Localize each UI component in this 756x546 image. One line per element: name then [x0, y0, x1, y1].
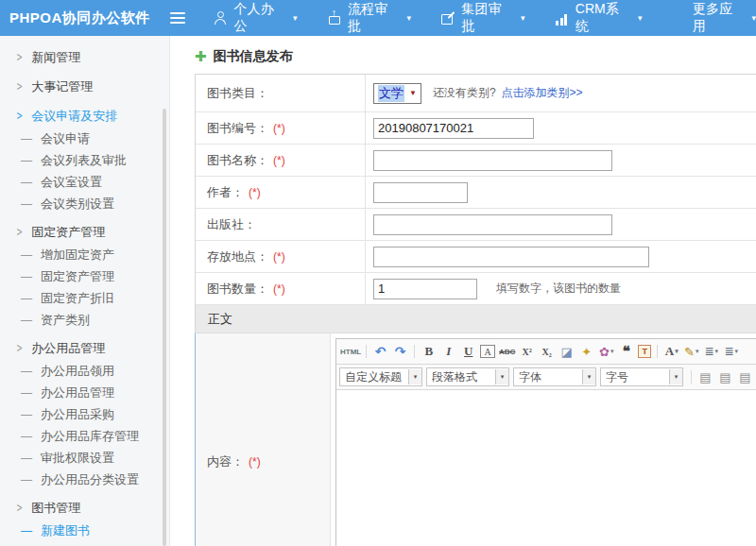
- nav-item[interactable]: CRM系统 ▾: [555, 1, 642, 35]
- eraser-icon[interactable]: ◪ ▾: [557, 343, 576, 360]
- sidebar-item[interactable]: > — 办公用品采购: [0, 403, 169, 425]
- sidebar-item[interactable]: > — 资产类别: [0, 309, 169, 331]
- toolbar-glyph: ▤: [739, 370, 750, 384]
- sidebar-item[interactable]: > — 办公用品库存管理: [0, 425, 169, 447]
- superscript-icon[interactable]: X² ▾: [517, 343, 537, 360]
- sidebar-item[interactable]: > — 图书管理: [0, 496, 169, 520]
- subscript-icon[interactable]: X₂ ▾: [537, 343, 557, 360]
- field-label: 作者： (*): [196, 177, 366, 208]
- toolbar-glyph: ▤: [699, 370, 711, 384]
- sidebar-item[interactable]: > — 会议列表及审批: [0, 149, 169, 171]
- add-category-link[interactable]: 点击添加类别>>: [502, 85, 583, 101]
- chevron-down-icon: ▾: [696, 348, 699, 355]
- paragraph-format-select[interactable]: 段落格式 ▾: [426, 367, 509, 386]
- field-value: [366, 241, 756, 272]
- chevron-down-icon: ▾: [293, 13, 298, 23]
- font-size-select[interactable]: 字号 ▾: [600, 367, 683, 386]
- text-input[interactable]: [373, 118, 534, 139]
- html-source-icon[interactable]: HTML ▾: [339, 343, 362, 360]
- chevron-down-icon: ▾: [610, 348, 614, 355]
- text-input[interactable]: [373, 214, 612, 235]
- custom-title-select[interactable]: 自定义标题 ▾: [339, 367, 422, 386]
- align-center-icon[interactable]: ▤: [715, 368, 735, 385]
- font-family-select[interactable]: 字体 ▾: [513, 367, 596, 386]
- chevron-down-icon: ▾: [734, 348, 738, 355]
- dash-icon: —: [21, 176, 32, 189]
- text-input[interactable]: [373, 150, 612, 171]
- toolbar-glyph: T: [642, 347, 647, 356]
- page-header: ✚ 图书信息发布: [195, 48, 756, 65]
- dash-icon: —: [21, 154, 32, 167]
- toolbar-separator[interactable]: ▾: [414, 345, 415, 358]
- text-input[interactable]: [373, 247, 649, 267]
- sidebar-item[interactable]: > — 固定资产管理: [0, 220, 169, 244]
- page-title: 图书信息发布: [214, 48, 293, 65]
- sidebar-item[interactable]: > — 会议类别设置: [0, 193, 169, 214]
- sidebar-item[interactable]: > — 办公用品领用: [0, 360, 169, 382]
- toolbar-separator[interactable]: ▾: [366, 345, 367, 358]
- toolbar-glyph: X₂: [542, 347, 552, 357]
- sidebar-item-label: 新闻管理: [31, 49, 80, 66]
- sidebar-item[interactable]: > — 会议室设置: [0, 171, 169, 193]
- editor-row2-icons: ▤ ▤ ▤: [696, 368, 756, 385]
- sidebar-item[interactable]: > — 审批权限设置: [0, 447, 169, 469]
- nav-item[interactable]: 更多应用 ▾: [673, 1, 756, 35]
- unordered-list-icon[interactable]: ≣ ▾: [721, 343, 741, 360]
- strikethrough-icon[interactable]: ABC ▾: [497, 343, 517, 360]
- font-border-icon[interactable]: A ▾: [480, 345, 495, 358]
- category-select[interactable]: 文学 ▼: [373, 83, 421, 104]
- toolbar-separator: [691, 370, 692, 384]
- sidebar-item-label: 办公用品领用: [41, 363, 114, 380]
- dash-icon: —: [21, 430, 32, 443]
- sidebar-item[interactable]: > — 办公用品管理: [0, 336, 169, 360]
- sidebar-item[interactable]: > — 增加固定资产: [0, 244, 169, 265]
- font-color-icon[interactable]: A ▾: [662, 343, 681, 360]
- dash-icon: —: [21, 524, 32, 537]
- sidebar-item[interactable]: > — 办公用品管理: [0, 382, 169, 403]
- field-label: 图书数量： (*): [196, 273, 366, 304]
- bold-icon[interactable]: B ▾: [419, 343, 438, 360]
- ordered-list-icon[interactable]: ≣ ▾: [701, 343, 721, 360]
- dash-icon: —: [21, 197, 32, 211]
- sidebar-item[interactable]: > — 固定资产折旧: [0, 287, 169, 309]
- sidebar-item[interactable]: > — 固定资产管理: [0, 265, 169, 287]
- sidebar-item[interactable]: > — 会议申请: [0, 128, 169, 149]
- editor-content-area[interactable]: [336, 390, 756, 546]
- toolbar-separator[interactable]: ▾: [657, 345, 658, 358]
- text-input[interactable]: [373, 279, 477, 299]
- redo-icon[interactable]: ↷ ▾: [390, 343, 410, 360]
- toolbar-glyph: ✦: [581, 345, 592, 359]
- chevron-right-icon: >: [17, 109, 23, 123]
- sidebar-item[interactable]: > — 办公用品分类设置: [0, 469, 169, 490]
- chevron-right-icon: >: [17, 341, 23, 355]
- sidebar-item[interactable]: > — 新建图书: [0, 520, 169, 541]
- sidebar-scrollbar[interactable]: [163, 109, 166, 546]
- sidebar-item[interactable]: > — 大事记管理: [0, 75, 169, 98]
- align-left-icon[interactable]: ▤: [696, 368, 715, 385]
- sidebar-item-label: 会议室设置: [41, 174, 102, 191]
- nav-item[interactable]: 流程审批 ▾: [328, 1, 411, 35]
- blockquote-icon[interactable]: ❝ ▾: [616, 343, 636, 360]
- palette-icon[interactable]: ✿ ▾: [596, 343, 616, 360]
- sidebar-item[interactable]: > — 会议申请及安排: [0, 104, 169, 128]
- italic-icon[interactable]: I ▾: [438, 343, 458, 360]
- chevron-down-icon: ▾: [521, 13, 525, 23]
- sidebar-item[interactable]: > — 图书管理: [0, 541, 169, 546]
- highlight-pen-icon[interactable]: ✎ ▾: [681, 343, 701, 360]
- underline-icon[interactable]: U ▾: [458, 343, 478, 360]
- nav-item[interactable]: 个人办公 ▾: [214, 1, 297, 35]
- form-row: 存放地点： (*): [196, 241, 756, 273]
- sidebar-item[interactable]: > — 新闻管理: [0, 45, 169, 69]
- editor-toolbar-row2: 自定义标题 ▾ 段落格式 ▾: [336, 365, 756, 390]
- paste-text-icon[interactable]: T ▾: [638, 345, 651, 358]
- text-input[interactable]: [373, 182, 468, 203]
- menu-icon[interactable]: [170, 17, 186, 19]
- sidebar-item-label: 会议申请及安排: [31, 108, 117, 125]
- sidebar-item-label: 办公用品分类设置: [41, 471, 139, 488]
- undo-icon[interactable]: ↶ ▾: [370, 343, 390, 360]
- person-icon: [214, 11, 227, 26]
- nav-item[interactable]: 集团审批 ▾: [441, 1, 524, 35]
- align-right-icon[interactable]: ▤: [735, 368, 755, 385]
- chevron-down-icon: ▾: [751, 13, 756, 23]
- format-brush-icon[interactable]: ✦ ▾: [576, 343, 596, 360]
